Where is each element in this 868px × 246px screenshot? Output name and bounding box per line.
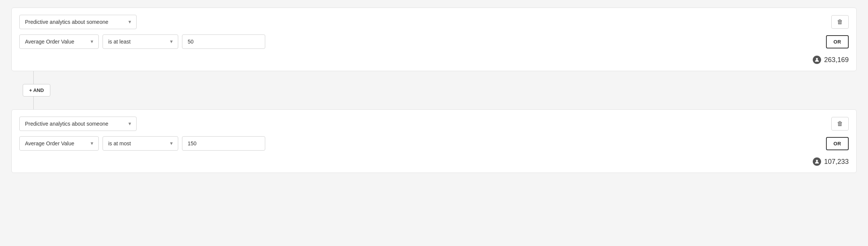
- condition-2-delete-button[interactable]: 🗑: [831, 117, 849, 131]
- condition-2-right-actions: 🗑: [831, 117, 849, 131]
- condition-1-count-icon: [813, 56, 821, 64]
- condition-1-delete-button[interactable]: 🗑: [831, 15, 849, 29]
- svg-point-1: [816, 160, 818, 162]
- condition-2-value-input[interactable]: [182, 136, 265, 151]
- condition-1-category-wrapper[interactable]: Predictive analytics about someone ▼: [19, 15, 137, 29]
- and-connector: + AND: [11, 71, 857, 109]
- condition-2-or-actions: OR: [826, 137, 849, 150]
- condition-2-category-select[interactable]: Predictive analytics about someone: [19, 117, 137, 131]
- condition-1-category-select[interactable]: Predictive analytics about someone: [19, 15, 137, 29]
- page-container: Predictive analytics about someone ▼ 🗑 A…: [0, 0, 868, 181]
- condition-1-or-button[interactable]: OR: [826, 35, 849, 48]
- condition-2-or-button[interactable]: OR: [826, 137, 849, 150]
- condition-1-operator-select[interactable]: is at least: [103, 34, 178, 49]
- condition-1-count-row: 263,169: [19, 56, 849, 64]
- condition-2-category-wrapper[interactable]: Predictive analytics about someone ▼: [19, 117, 137, 131]
- and-bottom-line: [33, 97, 34, 104]
- condition-block-1-inner: Predictive analytics about someone ▼ 🗑 A…: [19, 15, 849, 64]
- condition-1-operator-wrapper[interactable]: is at least ▼: [103, 34, 178, 49]
- condition-2-fields-row: Average Order Value ▼ is at most ▼ OR: [19, 136, 849, 151]
- condition-block-1: Predictive analytics about someone ▼ 🗑 A…: [11, 8, 857, 71]
- and-top-line: [33, 76, 34, 84]
- condition-1-field-wrapper[interactable]: Average Order Value ▼: [19, 34, 99, 49]
- condition-1-count-value: 263,169: [824, 56, 849, 64]
- condition-1-value-input[interactable]: [182, 34, 265, 49]
- condition-2-field-select[interactable]: Average Order Value: [19, 136, 99, 151]
- condition-2-operator-wrapper[interactable]: is at most ▼: [103, 136, 178, 151]
- condition-block-2: Predictive analytics about someone ▼ 🗑 A…: [11, 109, 857, 173]
- condition-2-count-icon: [813, 157, 821, 166]
- condition-block-2-inner: Predictive analytics about someone ▼ 🗑 A…: [19, 117, 849, 166]
- condition-2-count-row: 107,233: [19, 157, 849, 166]
- condition-2-operator-select[interactable]: is at most: [103, 136, 178, 151]
- condition-1-or-actions: OR: [826, 35, 849, 48]
- condition-2-category-row: Predictive analytics about someone ▼ 🗑: [19, 117, 849, 131]
- svg-point-0: [816, 58, 818, 60]
- and-button[interactable]: + AND: [23, 84, 50, 97]
- condition-2-field-wrapper[interactable]: Average Order Value ▼: [19, 136, 99, 151]
- condition-1-category-row: Predictive analytics about someone ▼ 🗑: [19, 15, 849, 29]
- condition-1-fields-row: Average Order Value ▼ is at least ▼ OR: [19, 34, 849, 49]
- condition-1-field-select[interactable]: Average Order Value: [19, 34, 99, 49]
- condition-1-right-actions: 🗑: [831, 15, 849, 29]
- condition-2-count-value: 107,233: [824, 158, 849, 166]
